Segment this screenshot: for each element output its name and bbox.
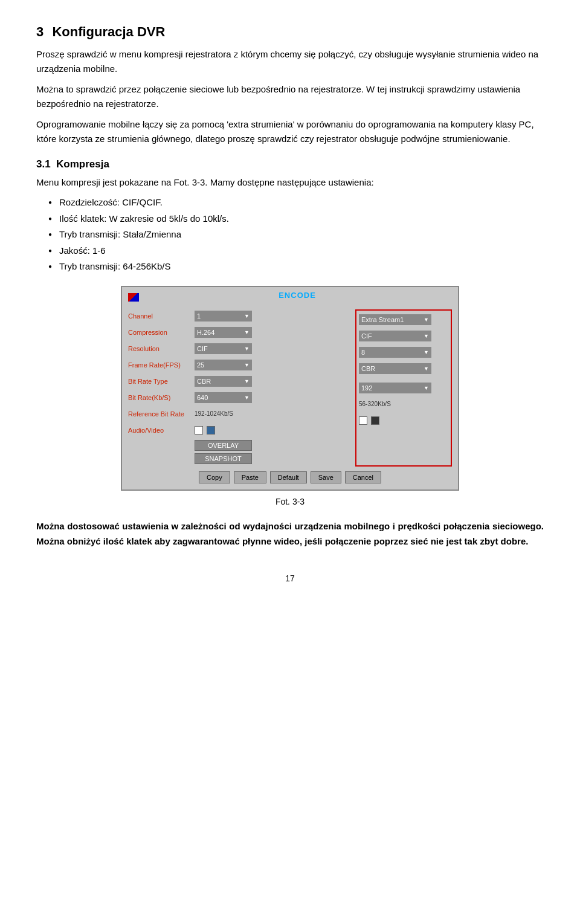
page-number: 17 <box>36 573 544 583</box>
list-item: Ilość klatek: W zakresie od 5kl/s do 10k… <box>48 212 544 226</box>
channel-dropdown[interactable]: 1▼ <box>195 311 252 321</box>
encode-logo-icon <box>128 293 139 302</box>
framerate-row: Frame Rate(FPS) 25▼ <box>128 358 350 372</box>
extra-bitrate-dropdown[interactable]: 192▼ <box>359 383 431 393</box>
extra-audiovideo-row <box>359 414 448 427</box>
extra-resolution-row: CIF▼ <box>359 329 448 343</box>
figure-container: ENCODE Channel 1▼ Compression H.264▼ <box>36 286 544 506</box>
extra-bitratetype-dropdown[interactable]: CBR▼ <box>359 363 431 374</box>
copy-button[interactable]: Copy <box>199 471 230 483</box>
extra-bitrate-row: 192▼ <box>359 381 448 395</box>
compression-label: Compression <box>128 329 195 336</box>
bottom-note: Można dostosować ustawienia w zależności… <box>36 519 544 549</box>
bitratetype-label: Bit Rate Type <box>128 378 195 385</box>
encode-left-column: Channel 1▼ Compression H.264▼ Resolution <box>128 309 350 467</box>
refbitrate-row: Reference Bit Rate 192-1024Kb/S <box>128 407 350 421</box>
list-item: Tryb transmisji: Stała/Zmienna <box>48 228 544 242</box>
extra-video-checkbox[interactable] <box>371 416 379 425</box>
section-31-title: 3.1 Kompresja <box>36 158 544 170</box>
bitrate-label: Bit Rate(Kb/S) <box>128 394 195 401</box>
chapter-title: 3 Konfiguracja DVR <box>36 24 544 40</box>
chapter-title-text: Konfiguracja DVR <box>52 24 165 39</box>
features-list: Rozdzielczość: CIF/QCIF. Ilość klatek: W… <box>36 196 544 274</box>
bitrate-row: Bit Rate(Kb/S) 640▼ <box>128 391 350 404</box>
encode-title-row: ENCODE <box>128 291 452 305</box>
paste-button[interactable]: Paste <box>234 471 266 483</box>
extra-audio-checkbox[interactable] <box>359 416 367 425</box>
compression-row: Compression H.264▼ <box>128 326 350 339</box>
extra-framerate-dropdown[interactable]: 8▼ <box>359 347 431 358</box>
bitratetype-row: Bit Rate Type CBR▼ <box>128 375 350 388</box>
list-item: Jakość: 1-6 <box>48 244 544 258</box>
framerate-label: Frame Rate(FPS) <box>128 361 195 369</box>
audiovideo-label: Audio/Video <box>128 427 195 434</box>
encode-panel: ENCODE Channel 1▼ Compression H.264▼ <box>121 286 459 491</box>
resolution-row: Resolution CIF▼ <box>128 342 350 355</box>
compression-dropdown[interactable]: H.264▼ <box>195 327 252 338</box>
channel-label: Channel <box>128 312 195 320</box>
resolution-dropdown[interactable]: CIF▼ <box>195 343 252 354</box>
intro-paragraph-2: Można to sprawdzić przez połączenie siec… <box>36 82 544 111</box>
encode-panel-title: ENCODE <box>143 291 452 300</box>
default-button[interactable]: Default <box>270 471 307 483</box>
audiovideo-row: Audio/Video <box>128 424 350 437</box>
overlay-button[interactable]: OVERLAY <box>195 440 252 451</box>
chapter-number: 3 <box>36 24 44 39</box>
extra-resolution-dropdown[interactable]: CIF▼ <box>359 331 431 341</box>
snapshot-button[interactable]: SNAPSHOT <box>195 453 252 464</box>
section-31-intro: Menu kompresji jest pokazane na Fot. 3-3… <box>36 175 544 190</box>
framerate-dropdown[interactable]: 25▼ <box>195 360 252 370</box>
audio-checkbox[interactable] <box>195 426 203 435</box>
audiovideo-checkboxes <box>195 426 215 435</box>
extra-stream-dropdown[interactable]: Extra Stream1▼ <box>359 314 431 325</box>
video-checkbox[interactable] <box>207 426 215 435</box>
figure-caption: Fot. 3-3 <box>276 497 304 506</box>
extra-stream-panel: Extra Stream1▼ CIF▼ 8▼ <box>355 309 452 467</box>
extra-refbitrate-row: 56-320Kb/S <box>359 398 448 411</box>
encode-buttons-row: Copy Paste Default Save Cancel <box>128 471 452 483</box>
overlay-snapshot-group: OVERLAY SNAPSHOT <box>195 440 350 464</box>
extra-refbitrate-value: 56-320Kb/S <box>359 401 391 407</box>
cancel-button[interactable]: Cancel <box>345 471 381 483</box>
extra-bitratetype-row: CBR▼ <box>359 362 448 375</box>
list-item: Tryb transmisji: 64-256Kb/S <box>48 260 544 274</box>
extra-audiovideo-checkboxes <box>359 416 379 425</box>
save-button[interactable]: Save <box>311 471 341 483</box>
encode-inner: Channel 1▼ Compression H.264▼ Resolution <box>128 309 452 467</box>
refbitrate-label: Reference Bit Rate <box>128 410 195 418</box>
bitratetype-dropdown[interactable]: CBR▼ <box>195 376 252 387</box>
resolution-label: Resolution <box>128 345 195 352</box>
refbitrate-value: 192-1024Kb/S <box>195 410 233 417</box>
channel-row: Channel 1▼ <box>128 309 350 323</box>
bitrate-dropdown[interactable]: 640▼ <box>195 392 252 403</box>
extra-framerate-row: 8▼ <box>359 346 448 359</box>
intro-paragraph-1: Proszę sprawdzić w menu kompresji rejest… <box>36 47 544 76</box>
list-item: Rozdzielczość: CIF/QCIF. <box>48 196 544 210</box>
intro-paragraph-3: Oprogramowanie mobilne łączy się za pomo… <box>36 117 544 146</box>
extra-stream-row: Extra Stream1▼ <box>359 313 448 326</box>
